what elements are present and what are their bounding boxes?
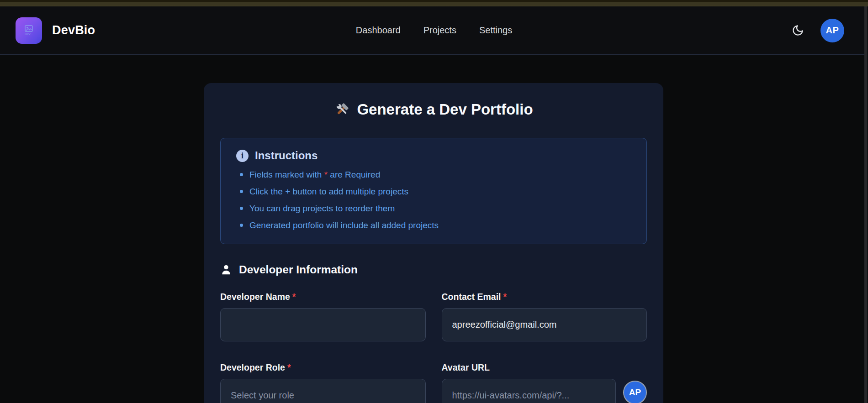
navbar: Dev... DevBio Dashboard Projects Setting… bbox=[0, 6, 868, 55]
avatar-url-group: Avatar URL AP bbox=[442, 362, 647, 403]
instruction-item: Generated portfolio will include all add… bbox=[237, 220, 631, 231]
instructions-panel: i Instructions Fields marked with * are … bbox=[220, 138, 647, 244]
browser-edge-stripe bbox=[0, 0, 868, 6]
developer-role-selected-value: Select your role bbox=[231, 390, 294, 401]
theme-toggle-button[interactable] bbox=[792, 24, 804, 37]
avatar-url-row: AP bbox=[442, 379, 647, 403]
brand[interactable]: Dev... DevBio bbox=[16, 17, 95, 44]
nav-item-dashboard[interactable]: Dashboard bbox=[356, 25, 401, 36]
scrollbar[interactable] bbox=[864, 6, 868, 403]
page-title-text: Generate a Dev Portfolio bbox=[357, 99, 533, 120]
nav-item-settings[interactable]: Settings bbox=[479, 25, 512, 36]
person-icon bbox=[220, 264, 232, 276]
contact-email-input[interactable] bbox=[442, 308, 647, 341]
hammer-and-wrench-icon bbox=[334, 101, 350, 118]
page-title: Generate a Dev Portfolio bbox=[220, 99, 647, 120]
nav-item-projects[interactable]: Projects bbox=[423, 25, 456, 36]
broken-image-icon bbox=[25, 25, 33, 32]
devbio-logo: Dev... bbox=[16, 17, 42, 44]
user-avatar[interactable]: AP bbox=[820, 19, 844, 42]
developer-form: Developer Name* Contact Email* Developer… bbox=[220, 292, 647, 403]
section-heading-text: Developer Information bbox=[239, 263, 358, 276]
instructions-heading: Instructions bbox=[255, 149, 318, 162]
nav-links: Dashboard Projects Settings bbox=[356, 25, 512, 36]
developer-name-group: Developer Name* bbox=[220, 292, 426, 341]
moon-icon bbox=[792, 24, 804, 37]
brand-name: DevBio bbox=[52, 23, 95, 37]
page-body: Generate a Dev Portfolio i Instructions … bbox=[0, 55, 864, 403]
developer-name-input[interactable] bbox=[220, 308, 426, 341]
avatar-preview: AP bbox=[623, 381, 647, 403]
screen: Dev... DevBio Dashboard Projects Setting… bbox=[0, 0, 868, 403]
required-asterisk: * bbox=[292, 292, 296, 302]
instruction-item: Fields marked with * are Required bbox=[237, 169, 631, 180]
instructions-header: i Instructions bbox=[236, 149, 631, 162]
developer-role-select[interactable]: Select your role bbox=[220, 379, 426, 403]
portfolio-form-card: Generate a Dev Portfolio i Instructions … bbox=[204, 83, 663, 403]
instruction-item: You can drag projects to reorder them bbox=[237, 203, 631, 214]
avatar-url-input[interactable] bbox=[442, 379, 616, 403]
avatar-url-label: Avatar URL bbox=[442, 362, 647, 373]
instruction-item: Click the + button to add multiple proje… bbox=[237, 186, 631, 197]
contact-email-group: Contact Email* bbox=[442, 292, 647, 341]
instructions-list: Fields marked with * are Required Click … bbox=[237, 169, 631, 231]
developer-role-label: Developer Role* bbox=[220, 362, 426, 373]
required-asterisk: * bbox=[324, 170, 328, 179]
nav-right: AP bbox=[792, 19, 844, 42]
contact-email-label: Contact Email* bbox=[442, 292, 647, 302]
required-asterisk: * bbox=[503, 292, 507, 302]
info-icon: i bbox=[236, 150, 249, 162]
required-asterisk: * bbox=[287, 362, 291, 372]
developer-information-heading: Developer Information bbox=[220, 263, 647, 276]
developer-name-label: Developer Name* bbox=[220, 292, 426, 302]
developer-role-group: Developer Role* Select your role bbox=[220, 362, 426, 403]
logo-alt-text: Dev... bbox=[25, 32, 33, 36]
